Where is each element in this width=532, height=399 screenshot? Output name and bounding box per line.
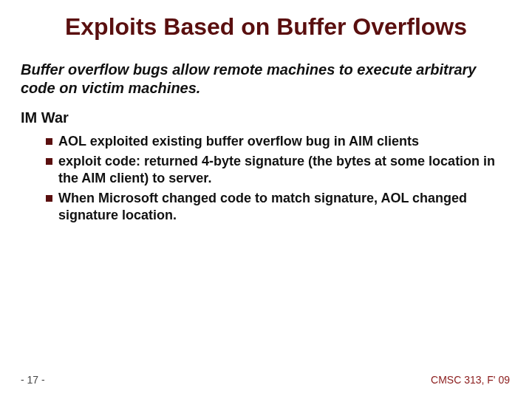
slide-subtitle: Buffer overflow bugs allow remote machin…: [21, 61, 510, 98]
bullet-square-icon: [46, 195, 52, 202]
slide: Exploits Based on Buffer Overflows Buffe…: [0, 0, 532, 399]
bullet-text: AOL exploited existing buffer overflow b…: [58, 133, 502, 150]
list-item: exploit code: returned 4-byte signature …: [46, 153, 502, 187]
list-item: When Microsoft changed code to match sig…: [46, 190, 502, 224]
bullet-text: exploit code: returned 4-byte signature …: [58, 153, 502, 187]
bullet-square-icon: [46, 138, 52, 145]
page-number: - 17 -: [21, 374, 45, 386]
course-label: CMSC 313, F' 09: [431, 374, 510, 386]
section-heading: IM War: [21, 109, 69, 126]
slide-title: Exploits Based on Buffer Overflows: [0, 13, 532, 41]
bullet-square-icon: [46, 158, 52, 165]
bullet-list: AOL exploited existing buffer overflow b…: [46, 133, 502, 227]
list-item: AOL exploited existing buffer overflow b…: [46, 133, 502, 150]
bullet-text: When Microsoft changed code to match sig…: [58, 190, 502, 224]
